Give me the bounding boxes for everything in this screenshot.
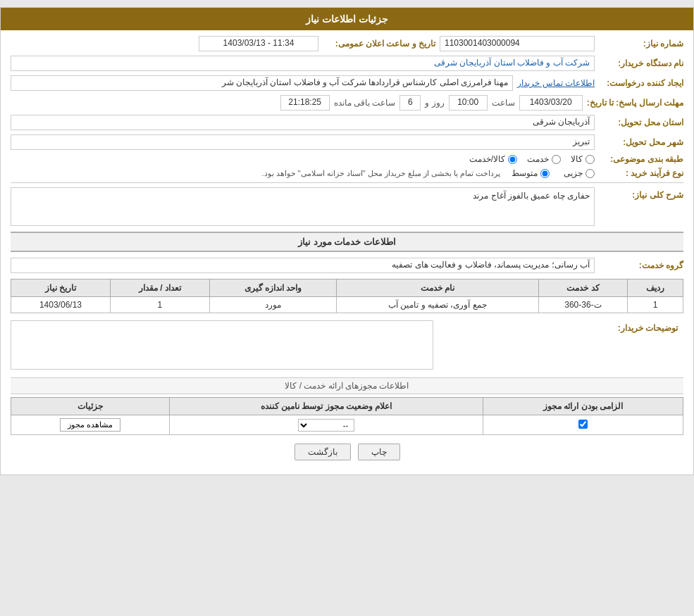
response-remaining-label: ساعت باقی مانده xyxy=(334,98,396,108)
permit-status-select[interactable]: -- دارم ندارم xyxy=(298,419,354,432)
page-header: جزئیات اطلاعات نیاز xyxy=(1,8,693,30)
need-number-label: شماره نیاز: xyxy=(599,39,683,49)
announce-date-value: 1403/03/13 - 11:34 xyxy=(199,36,318,51)
permit-required-checkbox[interactable] xyxy=(578,420,588,429)
purchase-notice: پرداخت تمام یا بخشی از مبلغ خریداز محل "… xyxy=(11,169,500,178)
permit-required-cell xyxy=(483,415,683,435)
response-time: 10:00 xyxy=(449,95,488,111)
permits-table: الزامی بودن ارائه مجوز اعلام وضعیت مجوز … xyxy=(11,397,683,435)
purchase-jozi-item: جزیی xyxy=(564,168,595,178)
services-table-section: ردیف کد خدمت نام خدمت واحد اندازه گیری ت… xyxy=(11,279,683,313)
buyer-desc-table: توضیحات خریدار: xyxy=(11,320,683,372)
view-permit-button[interactable]: مشاهده مجوز xyxy=(60,418,120,432)
announce-date-label: تاریخ و ساعت اعلان عمومی: xyxy=(323,39,435,49)
response-deadline-label: مهلت ارسال پاسخ: تا تاریخ: xyxy=(587,98,683,108)
delivery-city-value: تبریز xyxy=(11,134,595,150)
response-day-label: روز و xyxy=(425,98,444,108)
cell-date: 1403/06/13 xyxy=(11,297,111,313)
permit-status-cell: -- دارم ندارم xyxy=(170,415,483,435)
creator-value: مهنا فرامرزی اصلی کارشناس قراردادها شرکت… xyxy=(11,75,513,91)
buyer-desc-label: توضیحات خریدار: xyxy=(433,320,683,372)
category-both-item: کالا/خدمت xyxy=(469,154,517,164)
col-date: تاریخ نیاز xyxy=(11,279,111,297)
col-permit-required: الزامی بودن ارائه مجوز xyxy=(483,398,683,415)
category-both-label: کالا/خدمت xyxy=(469,154,505,164)
col-unit: واحد اندازه گیری xyxy=(209,279,336,297)
buyer-org-value: شرکت آب و فاضلاب استان آذربایجان شرقی xyxy=(11,56,595,71)
permit-row: -- دارم ندارم مشاهده مجوز xyxy=(11,415,683,435)
service-group-label: گروه خدمت: xyxy=(599,260,683,270)
col-name: نام خدمت xyxy=(337,279,538,297)
response-date: 1403/03/20 xyxy=(519,95,583,111)
col-permit-status: اعلام وضعیت مجوز توسط نامین کننده xyxy=(170,398,483,415)
purchase-motavasset-item: متوسط xyxy=(512,168,550,178)
back-button[interactable]: بازگشت xyxy=(295,444,351,460)
buyer-desc-section: توضیحات خریدار: xyxy=(11,320,683,372)
cell-name: جمع آوری، تصفیه و تامین آب xyxy=(337,297,538,313)
buyer-desc-textarea[interactable] xyxy=(11,320,433,370)
buyer-org-label: نام دستگاه خریدار: xyxy=(599,58,683,68)
response-remaining: 21:18:25 xyxy=(280,95,330,111)
category-khedmat-radio[interactable] xyxy=(552,155,561,164)
delivery-province-value: آذربایجان شرقی xyxy=(11,115,595,130)
category-kala-label: کالا xyxy=(571,154,583,164)
col-code: کد خدمت xyxy=(538,279,628,297)
category-khedmat-label: خدمت xyxy=(527,154,549,164)
purchase-jozi-label: جزیی xyxy=(564,168,583,178)
category-khedmat-item: خدمت xyxy=(527,154,561,164)
table-row: 1ت-36-360جمع آوری، تصفیه و تامین آبمورد1… xyxy=(11,297,683,313)
footer-buttons: چاپ بازگشت xyxy=(11,435,683,469)
cell-code: ت-36-360 xyxy=(538,297,628,313)
delivery-city-label: شهر محل تحویل: xyxy=(599,137,683,147)
print-button[interactable]: چاپ xyxy=(358,444,400,460)
cell-row: 1 xyxy=(628,297,683,313)
permits-section-title: اطلاعات مجوزهای ارائه خدمت / کالا xyxy=(11,377,683,394)
creator-link[interactable]: اطلاعات تماس خریدار xyxy=(517,78,595,88)
delivery-province-label: استان محل تحویل: xyxy=(599,118,683,127)
purchase-type-label: نوع فرآیند خرید : xyxy=(599,168,683,178)
category-kala-item: کالا xyxy=(571,154,595,164)
category-both-radio[interactable] xyxy=(508,155,517,164)
purchase-motavasset-radio[interactable] xyxy=(540,169,550,178)
service-group-value: آب رسانی؛ مدیریت پسماند، فاضلاب و فعالیت… xyxy=(11,258,595,273)
category-label: طبقه بندی موضوعی: xyxy=(599,154,683,164)
creator-label: ایجاد کننده درخواست: xyxy=(599,78,683,88)
permits-table-section: الزامی بودن ارائه مجوز اعلام وضعیت مجوز … xyxy=(11,397,683,435)
services-table: ردیف کد خدمت نام خدمت واحد اندازه گیری ت… xyxy=(11,279,683,313)
response-time-label: ساعت xyxy=(492,98,515,108)
purchase-jozi-radio[interactable] xyxy=(585,169,595,178)
purchase-motavasset-label: متوسط xyxy=(512,168,538,178)
need-number-value: 1103001403000094 xyxy=(440,36,595,51)
response-days: 6 xyxy=(399,95,421,111)
cell-unit: مورد xyxy=(209,297,336,313)
col-row: ردیف xyxy=(628,279,683,297)
category-kala-radio[interactable] xyxy=(585,155,595,164)
col-permit-details: جزئیات xyxy=(11,398,170,415)
cell-quantity: 1 xyxy=(110,297,209,313)
permit-details-cell: مشاهده مجوز xyxy=(11,415,170,435)
need-desc-value: حفاری چاه عمیق بالفوز آغاج مرند xyxy=(11,187,595,226)
col-qty: تعداد / مقدار xyxy=(110,279,209,297)
need-desc-label: شرح کلی نیاز: xyxy=(599,187,683,200)
page-title: جزئیات اطلاعات نیاز xyxy=(306,13,388,25)
services-section-title: اطلاعات خدمات مورد نیاز xyxy=(11,232,683,252)
